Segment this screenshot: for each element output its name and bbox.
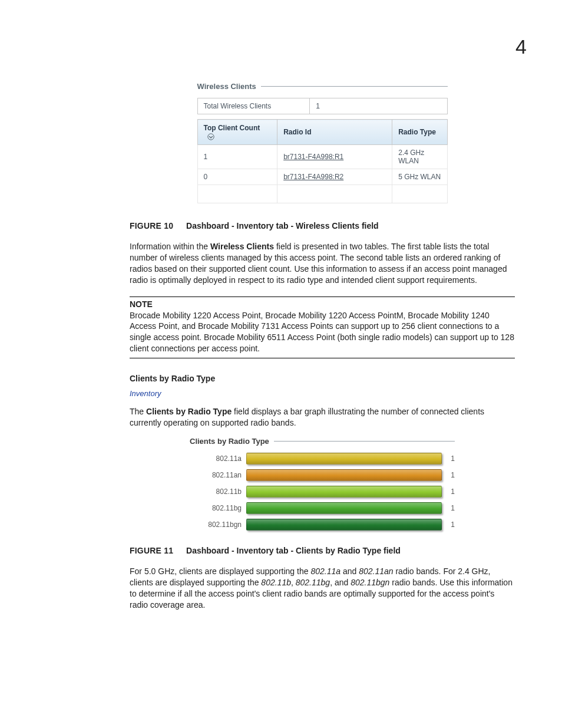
italic-text: 802.11bg [296,578,330,587]
chart-value-label: 1 [441,487,455,496]
figure-caption: FIGURE 11 Dashboard - Inventory tab - Cl… [130,546,515,555]
chart-value-label: 1 [441,521,455,529]
figure-text: Dashboard - Inventory tab - Clients by R… [186,546,401,555]
horizontal-rule [261,86,448,87]
chart-bar-wrap [246,453,441,465]
section-subhead: Clients by Radio Type [130,374,515,383]
cell-count: 0 [197,169,277,185]
chart-bar-row: 802.11b1 [190,486,455,498]
chart-category-label: 802.11a [190,454,246,463]
italic-text: 802.11bgn [351,578,389,587]
figure-label: FIGURE 11 [130,546,173,555]
svg-point-0 [207,134,213,140]
chart-bar-row: 802.11an1 [190,469,455,481]
chart-value-label: 1 [441,504,455,512]
cell-radio-type: 5 GHz WLAN [392,169,447,185]
clients-by-radio-type-chart: Clients by Radio Type 802.11a1802.11an18… [190,437,455,531]
note-text: Brocade Mobility 1220 Access Point, Broc… [130,310,515,355]
chart-bar [246,453,442,465]
text: For 5.0 GHz, clients are displayed suppo… [130,566,310,576]
bold-text: Clients by Radio Type [146,407,232,416]
chart-category-label: 802.11bg [190,504,246,512]
chart-value-label: 1 [441,471,455,479]
sort-descending-icon[interactable] [207,133,214,140]
column-header-label: Top Client Count [204,124,260,132]
breadcrumb-link[interactable]: Inventory [130,389,515,398]
table-row: Total Wireless Clients 1 [197,98,447,114]
chart-bar [246,502,442,514]
panel-title: Wireless Clients [197,82,256,91]
chart-title: Clients by Radio Type [190,437,269,446]
chart-bar-row: 802.11a1 [190,453,455,465]
text: and [340,566,359,576]
chart-category-label: 802.11an [190,471,246,479]
chart-category-label: 802.11bgn [190,521,246,529]
chart-bar-wrap [246,519,441,531]
table-row: 0 br7131-F4A998:R2 5 GHz WLAN [197,169,447,185]
italic-text: 802.11an [359,566,393,576]
cell-radio-id-link[interactable]: br7131-F4A998:R2 [277,169,392,185]
page-number: 4 [35,35,527,58]
chart-category-label: 802.11b [190,487,246,496]
horizontal-rule [130,358,515,358]
chart-bar-row: 802.11bg1 [190,502,455,514]
chart-bar-wrap [246,486,441,498]
chart-value-label: 1 [441,454,455,463]
chart-bar-wrap [246,502,441,514]
total-clients-value: 1 [310,98,447,114]
wireless-clients-panel: Wireless Clients Total Wireless Clients … [197,82,448,203]
top-client-count-table: Top Client Count Radio Id Radio Type 1 b… [197,119,448,203]
total-clients-table: Total Wireless Clients 1 [197,98,448,114]
figure-label: FIGURE 10 [130,221,173,230]
total-clients-label: Total Wireless Clients [197,98,310,114]
note-label: NOTE [130,299,515,309]
italic-text: 802.11a [310,566,340,576]
cell-count: 1 [197,145,277,169]
column-header-radiotype[interactable]: Radio Type [392,120,447,145]
cell-radio-type: 2.4 GHz WLAN [392,145,447,169]
text: The [130,407,146,416]
chart-bar-row: 802.11bgn1 [190,519,455,531]
text: , [291,578,296,587]
italic-text: 802.11b [261,578,291,587]
paragraph: The Clients by Radio Type field displays… [130,406,515,429]
chart-bar [246,519,442,531]
figure-caption: FIGURE 10 Dashboard - Inventory tab - Wi… [130,221,515,230]
column-header-count[interactable]: Top Client Count [197,120,277,145]
chart-bar [246,469,442,481]
table-row-empty [197,185,447,203]
note-block: NOTE Brocade Mobility 1220 Access Point,… [130,297,515,359]
column-header-radioid[interactable]: Radio Id [277,120,392,145]
horizontal-rule [274,441,455,442]
text: Information within the [130,242,210,251]
text: , and [330,578,351,587]
chart-bar-wrap [246,469,441,481]
paragraph: For 5.0 GHz, clients are displayed suppo… [130,566,515,611]
cell-radio-id-link[interactable]: br7131-F4A998:R1 [277,145,392,169]
paragraph: Information within the Wireless Clients … [130,241,515,286]
chart-bar [246,486,442,498]
figure-text: Dashboard - Inventory tab - Wireless Cli… [186,221,379,230]
horizontal-rule [130,297,515,297]
table-row: 1 br7131-F4A998:R1 2.4 GHz WLAN [197,145,447,169]
bold-text: Wireless Clients [210,242,274,251]
